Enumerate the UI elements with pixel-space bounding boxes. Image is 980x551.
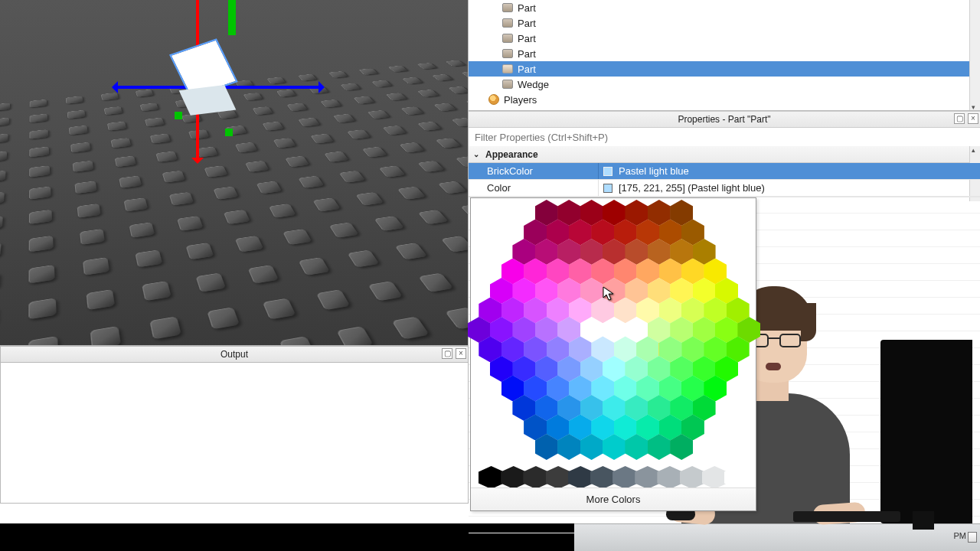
grey-hex-cell[interactable] — [724, 466, 750, 489]
part-icon — [502, 34, 513, 43]
color-swatch-icon — [603, 184, 612, 193]
property-row-brickcolor[interactable]: BrickColorPastel light blue — [469, 163, 980, 180]
grey-hex-cell[interactable] — [523, 466, 548, 489]
output-close-button[interactable]: × — [456, 348, 466, 359]
caret-down-icon: ⌄ — [473, 150, 482, 158]
part-icon — [502, 3, 513, 12]
grey-hex-cell[interactable] — [680, 466, 705, 489]
part-icon — [502, 49, 513, 58]
explorer-item-players[interactable]: Players — [469, 92, 980, 107]
color-hex-wheel — [471, 198, 757, 468]
explorer-item-part[interactable]: Part — [469, 15, 980, 31]
properties-filter — [469, 128, 980, 146]
grey-hex-cell[interactable] — [546, 466, 571, 489]
explorer-item-part[interactable]: Part — [469, 0, 980, 15]
grey-hex-cell[interactable] — [501, 466, 526, 489]
color-swatch-icon — [603, 167, 612, 176]
more-colors-button[interactable]: More Colors — [471, 487, 756, 510]
explorer-item-wedge[interactable]: Wedge — [469, 77, 980, 92]
grey-hex-cell[interactable] — [657, 466, 682, 489]
viewport-3d[interactable] — [0, 0, 469, 346]
part-icon — [502, 80, 513, 89]
grey-hex-cell[interactable] — [635, 466, 660, 489]
output-undock-button[interactable]: ▢ — [442, 348, 452, 359]
brickcolor-picker-popup: More Colors — [470, 197, 756, 511]
properties-panel-header: Properties - Part "Part" ▢ × — [469, 111, 980, 128]
properties-title: Properties - Part "Part" — [469, 114, 980, 125]
scale-handle[interactable] — [225, 129, 233, 136]
property-key: Color — [469, 180, 599, 196]
action-center-icon[interactable] — [968, 532, 977, 543]
section-label: Appearance — [485, 149, 538, 160]
properties-filter-input[interactable] — [469, 128, 980, 146]
property-value[interactable]: Pastel light blue — [599, 163, 980, 179]
explorer-scrollbar[interactable] — [969, 0, 980, 111]
players-icon — [488, 94, 499, 105]
part-icon — [502, 18, 513, 28]
property-row-color[interactable]: Color[175, 221, 255] (Pastel light blue) — [469, 180, 980, 197]
grey-hex-cell[interactable] — [479, 466, 504, 489]
properties-close-button[interactable]: × — [968, 113, 978, 124]
part-icon — [502, 64, 513, 73]
taskbar-clock: PM — [954, 531, 967, 540]
explorer-item-part[interactable]: Part — [469, 46, 980, 61]
properties-undock-button[interactable]: ▢ — [954, 113, 965, 124]
selected-part[interactable] — [178, 41, 246, 122]
grey-hex-cell[interactable] — [568, 466, 593, 489]
greyscale-row — [480, 466, 748, 489]
explorer-item-part[interactable]: Part — [469, 31, 980, 46]
output-panel-header: Output ▢ × — [0, 346, 469, 363]
grey-hex-cell[interactable] — [702, 466, 727, 489]
explorer-panel: PartPartPartPartPartWedgePlayers — [469, 0, 980, 111]
move-axis-z[interactable] — [228, 0, 236, 35]
output-panel-body[interactable] — [0, 363, 469, 504]
scale-handle[interactable] — [175, 112, 182, 119]
grey-hex-cell[interactable] — [590, 466, 616, 489]
grey-hex-cell[interactable] — [612, 466, 638, 489]
property-key: BrickColor — [469, 163, 599, 179]
property-value[interactable]: [175, 221, 255] (Pastel light blue) — [599, 180, 980, 196]
explorer-item-part[interactable]: Part — [469, 61, 980, 77]
os-taskbar: PM — [574, 523, 980, 551]
output-title: Output — [1, 349, 468, 360]
properties-section-appearance[interactable]: ⌄ Appearance — [469, 146, 980, 163]
